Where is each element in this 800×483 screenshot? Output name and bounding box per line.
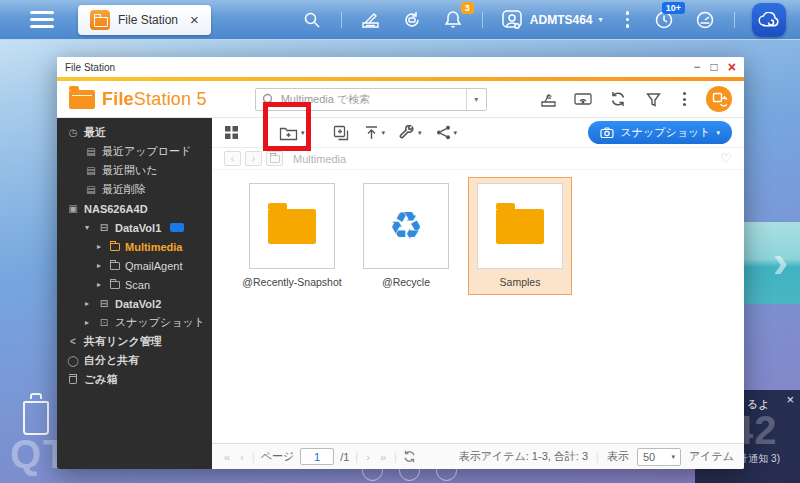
recycle-icon: ♻: [389, 207, 423, 245]
folder-icon: [496, 209, 544, 244]
person-icon: ◯: [67, 355, 79, 366]
tab-close-icon[interactable]: ×: [190, 11, 199, 28]
file-name: Samples: [500, 276, 541, 288]
desktop-next-arrow-icon[interactable]: ›: [773, 234, 788, 288]
myqnapcloud-icon[interactable]: [752, 3, 786, 37]
trash-icon: [67, 374, 79, 386]
refresh-list-icon[interactable]: [403, 450, 416, 463]
camera-icon: ⊡: [98, 317, 110, 328]
file-tile-samples[interactable]: Samples: [468, 177, 572, 295]
sidebar-item-datavol1[interactable]: ▾ ⊟ DataVol1: [57, 218, 212, 237]
sidebar-item-recent-uploads[interactable]: ▤ 最近アップロード: [57, 142, 212, 161]
sidebar-item-recycle-bin[interactable]: ごみ箱: [57, 370, 212, 389]
username: ADMTS464: [530, 13, 593, 27]
sidebar-item-nas[interactable]: ▣ NAS626A4D: [57, 199, 212, 218]
share-button[interactable]: ▾: [436, 125, 458, 140]
share-icon: <: [67, 336, 79, 347]
search-box[interactable]: Multimedia で検索 ▾: [255, 88, 487, 111]
dropdown-caret-icon: ▾: [301, 129, 305, 137]
main-menu-icon[interactable]: [30, 11, 54, 28]
page-number-input[interactable]: [300, 448, 334, 465]
remote-mount-icon[interactable]: [538, 89, 558, 109]
sidebar-item-scan[interactable]: ▸ Scan: [57, 275, 212, 294]
first-page-button[interactable]: «: [222, 451, 232, 463]
sidebar-item-recent-deleted[interactable]: ▤ 最近削除: [57, 180, 212, 199]
page-total: /1: [340, 451, 349, 463]
notification-count-badge: 3: [461, 2, 474, 15]
user-menu[interactable]: ADMTS464 ▾: [500, 8, 603, 32]
copy-move-button[interactable]: [333, 125, 350, 141]
upload-button[interactable]: ▾: [364, 125, 386, 141]
caret-right-icon[interactable]: ▸: [85, 318, 93, 327]
breadcrumb-bar: ‹ › Multimedia ♡: [212, 148, 744, 170]
create-folder-button[interactable]: ▾: [279, 125, 305, 141]
nav-forward-button[interactable]: ›: [245, 151, 262, 166]
window-titlebar[interactable]: File Station − □ ×: [57, 57, 744, 77]
page-size-select[interactable]: 50 ▾: [637, 448, 681, 466]
notifications-bell-icon[interactable]: 3: [441, 8, 465, 32]
volume-icon: ⊟: [98, 298, 110, 309]
volume-icon: ⊟: [98, 222, 110, 233]
list-icon: ▤: [85, 165, 97, 176]
search-icon[interactable]: [300, 8, 324, 32]
dashboard-gauge-icon[interactable]: [693, 8, 717, 32]
file-tile-recycle[interactable]: ♻ @Recycle: [354, 177, 458, 295]
sidebar-item-recent[interactable]: ◷ 最近: [57, 123, 212, 142]
toast-close-icon[interactable]: ×: [786, 392, 794, 407]
sidebar-item-multimedia[interactable]: ▸ Multimedia: [57, 237, 212, 256]
taskbar-tab-file-station[interactable]: File Station ×: [78, 5, 211, 35]
search-dropdown-icon[interactable]: ▾: [466, 89, 486, 110]
search-placeholder: Multimedia で検索: [281, 92, 466, 107]
snapshot-button[interactable]: スナップショット ▾: [588, 121, 732, 144]
desktop-trash-icon[interactable]: [22, 392, 52, 436]
tools-button[interactable]: ▾: [399, 125, 422, 141]
sidebar-item-shared-with-me[interactable]: ◯ 自分と共有: [57, 351, 212, 370]
folder-up-button[interactable]: [266, 151, 283, 166]
app-logo: FileStation 5: [69, 89, 207, 110]
qts-topbar: File Station × 3: [0, 0, 800, 40]
dropdown-caret-icon: ▾: [716, 129, 720, 137]
sidebar-item-snapshot[interactable]: ▸ ⊡ スナップショット: [57, 313, 212, 332]
nav-back-button[interactable]: ‹: [224, 151, 241, 166]
folder-icon: [110, 262, 120, 270]
file-tile-recently-snapshot[interactable]: @Recently-Snapshot: [240, 177, 344, 295]
sidebar-item-datavol2[interactable]: ▸ ⊟ DataVol2: [57, 294, 212, 313]
caret-down-icon[interactable]: ▾: [85, 223, 93, 232]
sync-icon[interactable]: [400, 8, 424, 32]
favorite-heart-icon[interactable]: ♡: [720, 151, 732, 166]
maximize-button[interactable]: □: [711, 61, 718, 73]
media-cast-icon[interactable]: [573, 89, 593, 109]
list-icon: ▤: [85, 184, 97, 195]
next-page-button[interactable]: ›: [364, 451, 372, 463]
event-log-icon[interactable]: 10+: [652, 8, 676, 32]
sidebar-item-share-links[interactable]: < 共有リンク管理: [57, 332, 212, 351]
filter-icon[interactable]: [643, 89, 663, 109]
window-title: File Station: [65, 62, 115, 73]
close-button[interactable]: ×: [728, 60, 736, 74]
caret-right-icon[interactable]: ▸: [97, 280, 105, 289]
folder-icon: [268, 209, 316, 244]
scanner-icon[interactable]: [359, 8, 383, 32]
prev-page-button[interactable]: ‹: [238, 451, 246, 463]
last-page-button[interactable]: »: [378, 451, 388, 463]
list-icon: ▤: [85, 146, 97, 157]
status-bar: « ‹ | ページ /1 | › » |: [212, 443, 744, 469]
grid-view-button[interactable]: [224, 125, 239, 140]
file-station-app-icon: [90, 10, 110, 30]
more-options-icon[interactable]: [620, 9, 636, 30]
user-caret-icon: ▾: [598, 15, 602, 24]
caret-right-icon[interactable]: ▸: [97, 261, 105, 270]
content-pane: ▾ ▾ ▾: [212, 118, 744, 469]
caret-right-icon[interactable]: ▸: [85, 299, 93, 308]
refresh-icon[interactable]: [608, 89, 628, 109]
minimize-button[interactable]: −: [694, 61, 701, 73]
caret-right-icon[interactable]: ▸: [97, 242, 105, 251]
folder-logo-icon: [69, 90, 95, 109]
sidebar-item-recent-opened[interactable]: ▤ 最近開いた: [57, 161, 212, 180]
nas-icon: ▣: [67, 203, 79, 214]
background-task-icon[interactable]: [706, 86, 732, 112]
app-header: FileStation 5 Multimedia で検索 ▾: [57, 81, 744, 118]
more-menu-icon[interactable]: [678, 90, 691, 108]
sidebar-item-qmailagent[interactable]: ▸ QmailAgent: [57, 256, 212, 275]
folder-icon: [110, 243, 120, 251]
